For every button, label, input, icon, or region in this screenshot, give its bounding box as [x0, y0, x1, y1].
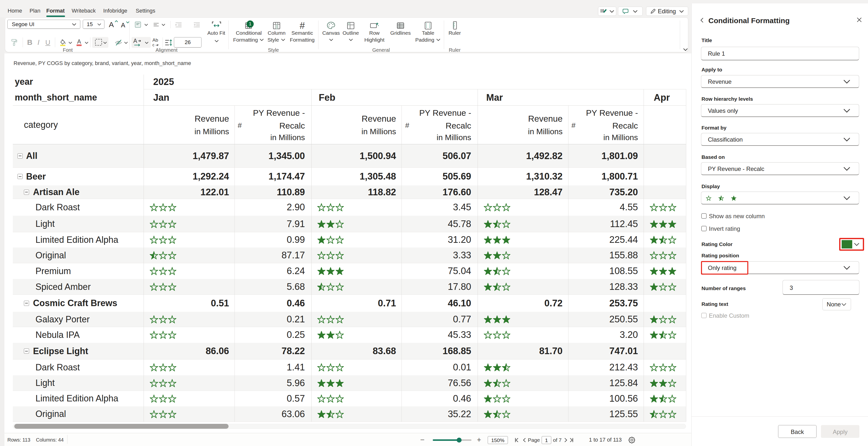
svg-text:A: A	[77, 38, 81, 45]
svg-text:Ab: Ab	[152, 37, 158, 42]
svg-text:c: c	[152, 42, 154, 47]
svg-text:A: A	[133, 38, 137, 44]
